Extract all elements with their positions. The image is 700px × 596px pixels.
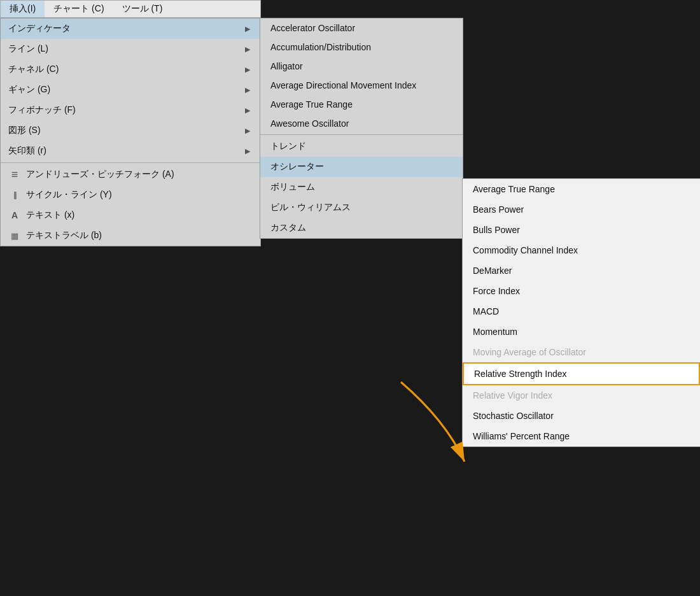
menu-l1-gann-label: ギャン (G) bbox=[8, 84, 50, 96]
menu-l3-bulls[interactable]: Bulls Power bbox=[463, 220, 700, 240]
menu-l3-bears-label: Bears Power bbox=[473, 204, 524, 215]
menu-l1-text-label: テキスト (x) bbox=[26, 209, 74, 221]
menu-l3-rvi[interactable]: Relative Vigor Index bbox=[463, 385, 700, 406]
menu-l1-indicator[interactable]: インディケータ ▶ bbox=[1, 18, 260, 39]
textlabel-left: ▦ テキストラベル (b) bbox=[8, 230, 102, 241]
cycle-left: ||| サイクル・ライン (Y) bbox=[8, 189, 112, 201]
menu-l3-force-label: Force Index bbox=[473, 286, 520, 296]
text-icon: A bbox=[8, 210, 21, 220]
menu-l2-atr[interactable]: Average True Range bbox=[260, 95, 463, 114]
menu-l1-text[interactable]: A テキスト (x) bbox=[1, 205, 260, 225]
arrow-right-icon-channel: ▶ bbox=[245, 66, 250, 74]
menu-l3-rvi-label: Relative Vigor Index bbox=[473, 390, 552, 401]
menu-l1-fibonacci-label: フィボナッチ (F) bbox=[8, 104, 76, 116]
pitchfork-icon: ≡ bbox=[8, 169, 21, 180]
menu-divider-1 bbox=[1, 162, 260, 163]
menu-l3-williams-label: Williams' Percent Range bbox=[473, 431, 570, 441]
menu-l2-accelerator-label: Accelerator Oscillator bbox=[270, 23, 355, 33]
menu-l2-alligator[interactable]: Alligator bbox=[260, 57, 463, 76]
text-left: A テキスト (x) bbox=[8, 209, 74, 221]
menu-l2-accumulation[interactable]: Accumulation/Distribution bbox=[260, 38, 463, 57]
menu-indicator: Accelerator Oscillator Accumulation/Dist… bbox=[260, 18, 463, 239]
menu-l3-rsi-label: Relative Strength Index bbox=[474, 369, 567, 379]
menu-l2-custom-label: カスタム bbox=[270, 222, 306, 234]
menu-l2-volume-label: ボリューム bbox=[270, 181, 315, 193]
menu-oscillator: Average True Range Bears Power Bulls Pow… bbox=[462, 178, 700, 447]
menu-l3-macd-label: MACD bbox=[473, 306, 499, 316]
menu-l1-arrows-label: 矢印類 (r) bbox=[8, 145, 46, 157]
menubar-chart[interactable]: チャート (C) bbox=[45, 1, 113, 17]
menu-l3-cci[interactable]: Commodity Channel Index bbox=[463, 240, 700, 260]
menu-l1-shapes[interactable]: 図形 (S) ▶ bbox=[1, 120, 260, 141]
label-icon: ▦ bbox=[8, 231, 21, 241]
menu-l3-macd[interactable]: MACD bbox=[463, 301, 700, 322]
menu-l3-mao-label: Moving Average of Oscillator bbox=[473, 347, 586, 357]
menu-l3-momentum[interactable]: Momentum bbox=[463, 322, 700, 342]
menu-l3-momentum-label: Momentum bbox=[473, 327, 517, 337]
menu-l2-awesome[interactable]: Awesome Oscillator bbox=[260, 114, 463, 133]
menu-l2-oscillator[interactable]: オシレーター bbox=[260, 157, 463, 177]
menu-l2-custom[interactable]: カスタム bbox=[260, 218, 463, 238]
arrow-right-icon-gann: ▶ bbox=[245, 86, 250, 94]
menu-insert: インディケータ ▶ ライン (L) ▶ チャネル (C) ▶ ギャン (G) ▶… bbox=[0, 18, 261, 246]
menu-l2-bill-label: ビル・ウィリアムス bbox=[270, 202, 351, 213]
menu-l3-stochastic[interactable]: Stochastic Oscillator bbox=[463, 406, 700, 426]
menu-l1-fibonacci[interactable]: フィボナッチ (F) ▶ bbox=[1, 100, 260, 120]
menu-l2-bill[interactable]: ビル・ウィリアムス bbox=[260, 197, 463, 218]
menu-l3-demarker-label: DeMarker bbox=[473, 266, 512, 276]
menu-l3-atr-label: Average True Range bbox=[473, 184, 555, 194]
cycle-icon: ||| bbox=[8, 190, 21, 200]
menu-l1-line[interactable]: ライン (L) ▶ bbox=[1, 39, 260, 59]
menu-l1-shapes-label: 図形 (S) bbox=[8, 125, 41, 136]
menu-l2-atr-label: Average True Range bbox=[270, 99, 353, 110]
menu-l3-bulls-label: Bulls Power bbox=[473, 225, 520, 235]
arrow-right-icon-line: ▶ bbox=[245, 45, 250, 53]
menubar: 挿入(I) チャート (C) ツール (T) bbox=[0, 0, 261, 18]
menu-l2-oscillator-label: オシレーター bbox=[270, 161, 324, 173]
menu-l1-channel[interactable]: チャネル (C) ▶ bbox=[1, 59, 260, 80]
menu-l1-cycle[interactable]: ||| サイクル・ライン (Y) bbox=[1, 185, 260, 205]
menu-l1-textlabel-label: テキストラベル (b) bbox=[26, 230, 102, 241]
menu-l3-demarker[interactable]: DeMarker bbox=[463, 260, 700, 281]
pitchfork-left: ≡ アンドリューズ・ピッチフォーク (A) bbox=[8, 169, 174, 180]
menu-l3-mao[interactable]: Moving Average of Oscillator bbox=[463, 342, 700, 362]
menu-l2-volume[interactable]: ボリューム bbox=[260, 177, 463, 197]
menu-l3-cci-label: Commodity Channel Index bbox=[473, 245, 578, 255]
menu-l2-accumulation-label: Accumulation/Distribution bbox=[270, 42, 371, 52]
menu-l2-trend-label: トレンド bbox=[270, 141, 306, 152]
menu-l1-line-label: ライン (L) bbox=[8, 43, 48, 55]
arrow-right-icon-shapes: ▶ bbox=[245, 127, 250, 135]
arrow-right-icon: ▶ bbox=[245, 25, 250, 33]
menu-l2-admi-label: Average Directional Movement Index bbox=[270, 80, 416, 90]
menu-l1-indicator-label: インディケータ bbox=[8, 23, 71, 34]
menu-l3-force[interactable]: Force Index bbox=[463, 281, 700, 301]
menubar-insert[interactable]: 挿入(I) bbox=[1, 1, 45, 17]
menu-l2-admi[interactable]: Average Directional Movement Index bbox=[260, 76, 463, 95]
arrow-right-icon-fibonacci: ▶ bbox=[245, 106, 250, 115]
menu-l1-pitchfork-label: アンドリューズ・ピッチフォーク (A) bbox=[26, 169, 174, 180]
menu-l1-arrows[interactable]: 矢印類 (r) ▶ bbox=[1, 141, 260, 161]
menu-l3-atr[interactable]: Average True Range bbox=[463, 179, 700, 199]
menu-l2-awesome-label: Awesome Oscillator bbox=[270, 118, 349, 129]
menu-l1-gann[interactable]: ギャン (G) ▶ bbox=[1, 80, 260, 100]
menu-l2-alligator-label: Alligator bbox=[270, 61, 303, 71]
menu-l3-williams[interactable]: Williams' Percent Range bbox=[463, 426, 700, 446]
menu-l1-textlabel[interactable]: ▦ テキストラベル (b) bbox=[1, 225, 260, 246]
menu-l3-bears[interactable]: Bears Power bbox=[463, 199, 700, 220]
menu-l2-divider bbox=[260, 134, 463, 135]
menu-l1-cycle-label: サイクル・ライン (Y) bbox=[26, 189, 112, 201]
menu-l3-stochastic-label: Stochastic Oscillator bbox=[473, 411, 554, 421]
menu-l1-pitchfork[interactable]: ≡ アンドリューズ・ピッチフォーク (A) bbox=[1, 164, 260, 185]
menu-l2-accelerator[interactable]: Accelerator Oscillator bbox=[260, 18, 463, 38]
menu-l1-channel-label: チャネル (C) bbox=[8, 64, 59, 75]
menu-l2-trend[interactable]: トレンド bbox=[260, 136, 463, 157]
arrow-right-icon-arrows: ▶ bbox=[245, 147, 250, 155]
menubar-tools[interactable]: ツール (T) bbox=[113, 1, 172, 17]
menu-l3-rsi[interactable]: Relative Strength Index bbox=[463, 362, 700, 385]
